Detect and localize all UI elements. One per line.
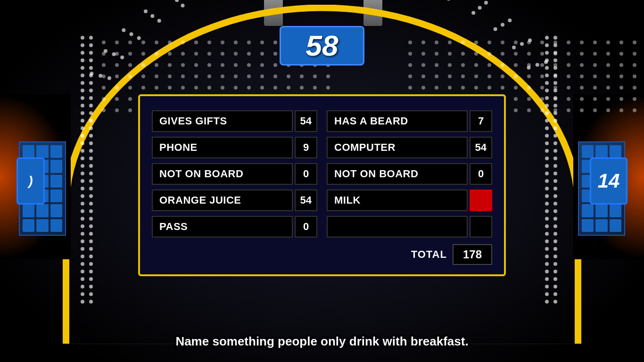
total-value: 178 (453, 244, 492, 265)
total-label: TOTAL (411, 248, 447, 261)
answer-board: GIVES GIFTS 54 HAS A BEARD 7 PHONE 9 COM… (138, 94, 506, 276)
answer-label-pass: PASS (152, 216, 293, 238)
side-score-right-value: 14 (598, 170, 620, 192)
stage: ) 14 58 GIVES GIFTS 54 HAS A BEARD 7 PHO… (0, 0, 644, 362)
answer-value-not-on-board-left: 0 (295, 163, 317, 185)
answer-row-orange-juice: ORANGE JUICE 54 (152, 189, 317, 211)
subtitle: Name something people only drink with br… (175, 334, 468, 349)
answer-label-not-on-board-left: NOT ON BOARD (152, 163, 293, 185)
answer-row-milk: MILK (327, 189, 492, 211)
answer-row-pass: PASS 0 (152, 216, 317, 238)
answer-label-orange-juice: ORANGE JUICE (152, 189, 293, 211)
answer-value-milk (470, 189, 492, 211)
answer-row-phone: PHONE 9 (152, 137, 317, 158)
answers-grid: GIVES GIFTS 54 HAS A BEARD 7 PHONE 9 COM… (152, 110, 492, 238)
answer-row-not-on-board-right: NOT ON BOARD 0 (327, 163, 492, 185)
answer-label-milk: MILK (327, 189, 468, 211)
answer-value-has-a-beard: 7 (470, 110, 492, 132)
side-score-right: 14 (590, 157, 627, 205)
side-score-left-value: ) (28, 173, 33, 189)
answer-value-not-on-board-right: 0 (470, 163, 492, 185)
side-score-left: ) (17, 157, 45, 205)
answer-value-phone: 9 (295, 137, 317, 158)
answer-value-empty (470, 216, 492, 238)
answer-label-has-a-beard: HAS A BEARD (327, 110, 468, 132)
answer-value-computer: 54 (470, 137, 492, 158)
answer-label-computer: COMPUTER (327, 137, 468, 158)
score-value: 58 (306, 29, 339, 62)
answer-value-orange-juice: 54 (295, 189, 317, 211)
answer-row-not-on-board-left: NOT ON BOARD 0 (152, 163, 317, 185)
total-row: TOTAL 178 (152, 244, 492, 265)
answer-row-gives-gifts: GIVES GIFTS 54 (152, 110, 317, 132)
answer-label-empty (327, 216, 468, 238)
answer-row-computer: COMPUTER 54 (327, 137, 492, 158)
answer-row-has-a-beard: HAS A BEARD 7 (327, 110, 492, 132)
score-display: 58 (280, 26, 364, 66)
answer-label-gives-gifts: GIVES GIFTS (152, 110, 293, 132)
answer-label-not-on-board-right: NOT ON BOARD (327, 163, 468, 185)
answer-value-gives-gifts: 54 (295, 110, 317, 132)
answer-value-pass: 0 (295, 216, 317, 238)
answer-label-phone: PHONE (152, 137, 293, 158)
answer-row-empty (327, 216, 492, 238)
